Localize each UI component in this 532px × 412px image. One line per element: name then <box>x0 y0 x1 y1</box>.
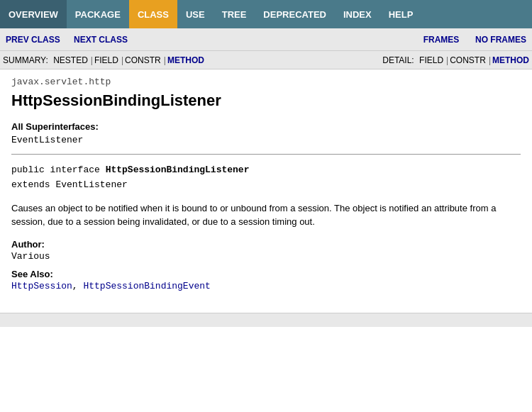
detail-constr-label: CONSTR <box>450 55 486 65</box>
nav-bar: OVERVIEWPACKAGECLASSUSETREEDEPRECATEDIND… <box>0 0 532 28</box>
detail-field-label: FIELD <box>419 55 443 65</box>
nested-label: NESTED <box>53 55 88 65</box>
description: Causes an object to be notified when it … <box>11 201 521 229</box>
author-section: Author: Various <box>11 239 521 262</box>
nav-item-deprecated[interactable]: DEPRECATED <box>255 0 335 28</box>
no-frames-link[interactable]: NO FRAMES <box>475 35 526 45</box>
separator2 <box>465 35 470 45</box>
nav-item-use[interactable]: USE <box>177 0 214 28</box>
nav-item-class[interactable]: CLASS <box>129 0 177 28</box>
summary-method-link[interactable]: METHOD <box>167 55 204 65</box>
summary-nested <box>50 55 52 65</box>
superinterfaces-section: All Superinterfaces: EventListener <box>11 121 521 145</box>
nav-item-tree[interactable]: TREE <box>214 0 255 28</box>
separator1 <box>66 35 68 45</box>
nav-item-index[interactable]: INDEX <box>335 0 380 28</box>
detail-method-link[interactable]: METHOD <box>492 55 529 65</box>
detail-space <box>416 55 418 65</box>
interface-title: HttpSessionBindingListener <box>11 91 521 110</box>
summary-bar: SUMMARY: NESTED | FIELD | CONSTR | METHO… <box>0 51 532 69</box>
http-session-link[interactable]: HttpSession <box>11 281 72 291</box>
divider1 <box>11 154 521 155</box>
package-name: javax.servlet.http <box>11 77 521 87</box>
author-value: Various <box>11 251 521 262</box>
next-class-link[interactable]: NEXT CLASS <box>74 35 128 45</box>
detail-label: DETAIL: <box>382 55 414 65</box>
content-area: javax.servlet.http HttpSessionBindingLis… <box>0 69 532 306</box>
frames-link[interactable]: FRAMES <box>423 35 460 45</box>
code-block: public interface HttpSessionBindingListe… <box>11 163 521 193</box>
code-line2: extends EventListener <box>11 178 521 193</box>
field-label: FIELD <box>94 55 118 65</box>
nav-item-overview[interactable]: OVERVIEW <box>0 0 67 28</box>
nav-item-help[interactable]: HELP <box>380 0 422 28</box>
see-also-value: HttpSession, HttpSessionBindingEvent <box>11 281 521 291</box>
nav-bar2: PREV CLASS NEXT CLASS FRAMES NO FRAMES <box>0 28 532 51</box>
superinterfaces-label: All Superinterfaces: <box>11 121 521 132</box>
bottom-bar <box>0 313 532 327</box>
author-label: Author: <box>11 239 521 250</box>
superinterfaces-value: EventListener <box>11 135 521 145</box>
http-session-binding-event-link[interactable]: HttpSessionBindingEvent <box>83 281 210 291</box>
summary-label: SUMMARY: <box>3 55 48 65</box>
constr-label: CONSTR <box>125 55 161 65</box>
see-also-label: See Also: <box>11 269 521 279</box>
nav-item-package[interactable]: PACKAGE <box>67 0 129 28</box>
code-line1: public interface HttpSessionBindingListe… <box>11 163 521 178</box>
see-also-section: See Also: HttpSession, HttpSessionBindin… <box>11 269 521 291</box>
prev-class-link[interactable]: PREV CLASS <box>6 35 60 45</box>
